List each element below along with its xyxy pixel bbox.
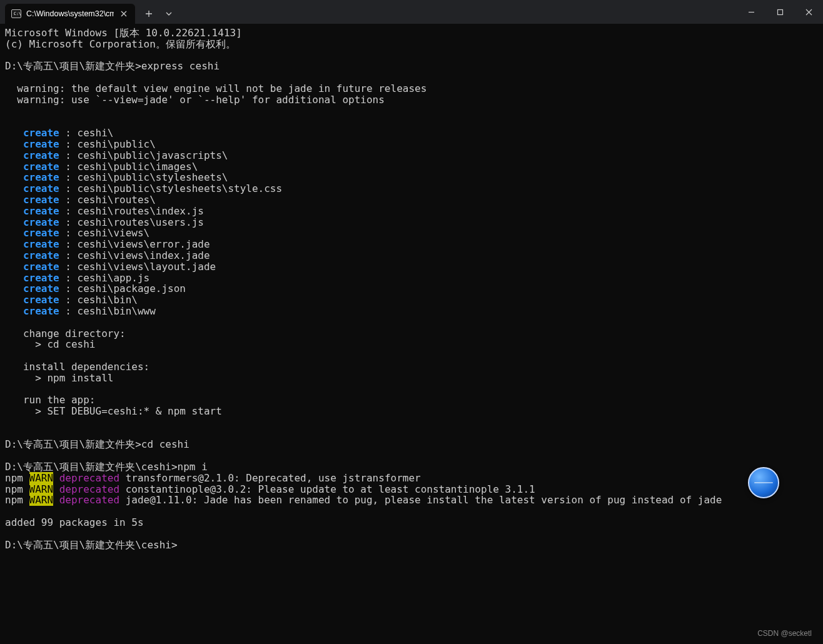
terminal-line: warning: the default view engine will no… bbox=[5, 83, 818, 94]
terminal-line: > SET DEBUG=ceshi:* & npm start bbox=[5, 406, 818, 417]
tab-strip: C:\ C:\Windows\system32\cmd.e bbox=[0, 0, 179, 24]
terminal-line: create : ceshi\views\layout.jade bbox=[5, 261, 818, 273]
terminal-line: warning: use `--view=jade' or `--help' f… bbox=[5, 94, 818, 106]
terminal-line: install dependencies: bbox=[5, 361, 818, 373]
svg-text:C:\: C:\ bbox=[14, 11, 21, 16]
terminal-line: (c) Microsoft Corporation。保留所有权利。 bbox=[5, 39, 818, 50]
terminal-line: > npm install bbox=[5, 373, 818, 384]
tab-dropdown-button[interactable] bbox=[159, 4, 179, 24]
terminal-line: create : ceshi\routes\users.js bbox=[5, 217, 818, 228]
watermark-text: CSDN @secketl bbox=[757, 629, 812, 638]
terminal-line: create : ceshi\public\stylesheets\ bbox=[5, 172, 818, 183]
terminal-line: create : ceshi\ bbox=[5, 128, 818, 139]
close-tab-button[interactable] bbox=[119, 9, 129, 19]
terminal-line: create : ceshi\views\index.jade bbox=[5, 250, 818, 261]
terminal-line: change directory: bbox=[5, 328, 818, 340]
terminal-line bbox=[5, 116, 818, 128]
terminal-line: create : ceshi\package.json bbox=[5, 283, 818, 294]
terminal-line bbox=[5, 506, 818, 517]
terminal-line: create : ceshi\bin\www bbox=[5, 306, 818, 317]
terminal-line: D:\专高五\项目\新建文件夹\ceshi>npm i bbox=[5, 461, 818, 473]
terminal-window: C:\ C:\Windows\system32\cmd.e bbox=[0, 0, 823, 644]
terminal-line: create : ceshi\public\stylesheets\style.… bbox=[5, 183, 818, 194]
terminal-line: create : ceshi\routes\ bbox=[5, 194, 818, 206]
terminal-line: > cd ceshi bbox=[5, 339, 818, 350]
terminal-line: create : ceshi\routes\index.js bbox=[5, 206, 818, 217]
close-window-button[interactable] bbox=[794, 0, 823, 24]
terminal-line bbox=[5, 417, 818, 428]
assistant-badge-icon[interactable] bbox=[748, 467, 779, 498]
terminal-line bbox=[5, 350, 818, 361]
tab-title: C:\Windows\system32\cmd.e bbox=[26, 9, 114, 18]
cmd-icon: C:\ bbox=[11, 9, 21, 19]
tab-cmd[interactable]: C:\ C:\Windows\system32\cmd.e bbox=[5, 4, 135, 24]
terminal-line: create : ceshi\views\ bbox=[5, 228, 818, 239]
terminal-line: create : ceshi\public\ bbox=[5, 139, 818, 150]
terminal-line: create : ceshi\views\error.jade bbox=[5, 239, 818, 250]
terminal-line bbox=[5, 72, 818, 83]
terminal-line: D:\专高五\项目\新建文件夹>cd ceshi bbox=[5, 439, 818, 450]
window-controls bbox=[737, 0, 823, 24]
maximize-button[interactable] bbox=[765, 0, 794, 24]
tab-actions bbox=[139, 0, 179, 24]
terminal-line: create : ceshi\public\javascripts\ bbox=[5, 150, 818, 161]
terminal-line: Microsoft Windows [版本 10.0.22621.1413] bbox=[5, 28, 818, 39]
terminal-content[interactable]: Microsoft Windows [版本 10.0.22621.1413](c… bbox=[0, 24, 823, 644]
svg-rect-2 bbox=[777, 9, 782, 14]
new-tab-button[interactable] bbox=[139, 4, 159, 24]
terminal-line: npm WARN deprecated transformers@2.1.0: … bbox=[5, 473, 818, 484]
terminal-line: run the app: bbox=[5, 395, 818, 406]
terminal-line bbox=[5, 384, 818, 395]
terminal-line: npm WARN deprecated constantinople@3.0.2… bbox=[5, 484, 818, 495]
terminal-line bbox=[5, 450, 818, 461]
terminal-line: create : ceshi\bin\ bbox=[5, 294, 818, 306]
terminal-line: added 99 packages in 5s bbox=[5, 517, 818, 528]
terminal-line: npm WARN deprecated jade@1.11.0: Jade ha… bbox=[5, 495, 818, 506]
terminal-line bbox=[5, 106, 818, 117]
terminal-line: D:\专高五\项目\新建文件夹\ceshi> bbox=[5, 540, 818, 551]
terminal-line: create : ceshi\app.js bbox=[5, 273, 818, 284]
terminal-line bbox=[5, 428, 818, 440]
terminal-line bbox=[5, 317, 818, 328]
terminal-line: D:\专高五\项目\新建文件夹>express ceshi bbox=[5, 61, 818, 72]
terminal-line bbox=[5, 528, 818, 540]
terminal-line bbox=[5, 50, 818, 61]
titlebar: C:\ C:\Windows\system32\cmd.e bbox=[0, 0, 823, 24]
terminal-line: create : ceshi\public\images\ bbox=[5, 161, 818, 173]
minimize-button[interactable] bbox=[737, 0, 765, 24]
